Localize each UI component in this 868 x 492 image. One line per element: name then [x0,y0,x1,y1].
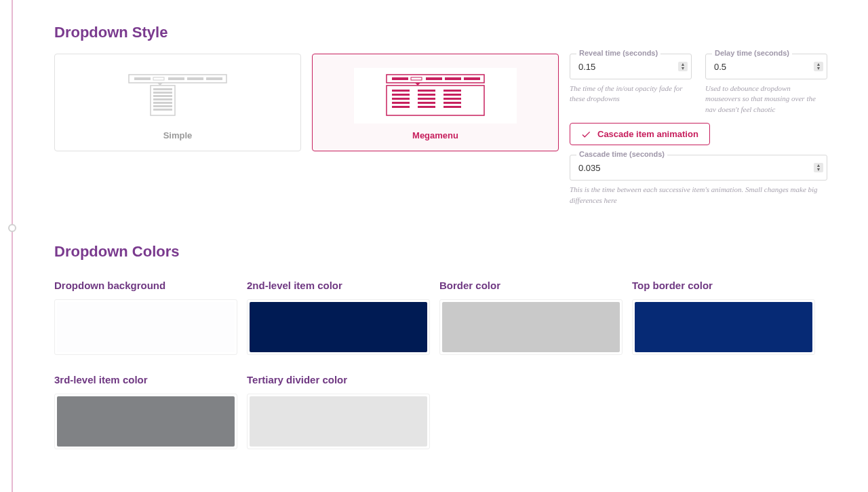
svg-rect-16 [392,77,408,80]
svg-rect-18 [426,77,442,80]
svg-rect-14 [153,109,172,111]
svg-rect-35 [443,98,461,100]
svg-rect-33 [443,90,461,92]
timeline-rail [12,0,13,492]
svg-rect-12 [153,102,172,104]
svg-rect-9 [153,92,172,94]
check-icon [581,130,591,139]
color-label-tertiary-divider: Tertiary divider color [247,374,430,385]
delay-time-input[interactable] [705,54,827,79]
color-label-top-border: Top border color [632,280,815,291]
style-option-simple-label: Simple [163,130,193,140]
svg-rect-19 [445,77,461,80]
color-label-border: Border color [439,280,623,291]
style-preview-megamenu [354,68,517,124]
svg-rect-26 [392,102,410,104]
color-label-dropdown-background: Dropdown background [54,280,237,291]
number-stepper-icon[interactable]: ▲▼ [814,62,823,71]
color-swatch-border[interactable] [439,299,623,355]
svg-rect-28 [418,90,435,92]
dropdown-style-heading: Dropdown Style [54,24,827,41]
style-option-simple[interactable]: Simple [54,54,301,151]
reveal-time-help: The time of the in/out opacity fade for … [570,83,692,115]
svg-rect-4 [187,77,203,80]
svg-rect-5 [206,77,222,80]
delay-time-help: Used to debounce dropdown mouseovers so … [705,83,827,115]
style-preview-simple [96,68,259,124]
style-option-megamenu[interactable]: Megamenu [312,54,559,151]
number-stepper-icon[interactable]: ▲▼ [814,163,823,172]
color-swatch-top-border[interactable] [632,299,815,355]
reveal-time-label: Reveal time (seconds) [576,49,660,57]
timeline-marker [8,224,16,232]
style-option-megamenu-label: Megamenu [412,130,458,140]
svg-rect-37 [443,106,461,108]
svg-rect-1 [134,77,151,80]
svg-rect-2 [153,77,164,80]
cascade-animation-toggle-label: Cascade item animation [597,129,698,139]
svg-rect-34 [443,94,461,96]
color-swatch-2nd-level-item[interactable] [247,299,430,355]
number-stepper-icon[interactable]: ▲▼ [678,62,688,71]
reveal-time-input[interactable] [570,54,692,79]
color-swatch-tertiary-divider[interactable] [247,394,430,449]
svg-rect-29 [418,94,435,96]
cascade-time-label: Cascade time (seconds) [576,150,667,158]
color-label-2nd-level-item: 2nd-level item color [247,280,430,291]
svg-rect-32 [418,106,435,108]
svg-rect-27 [392,106,410,108]
dropdown-colors-heading: Dropdown Colors [54,243,827,261]
color-swatch-3rd-level-item[interactable] [54,394,237,449]
cascade-animation-toggle[interactable]: Cascade item animation [570,123,710,145]
svg-rect-24 [392,94,410,96]
color-swatch-dropdown-background[interactable] [54,299,237,355]
cascade-time-help: This is the time between each successive… [570,185,827,206]
svg-rect-23 [392,90,410,92]
svg-rect-36 [443,102,461,104]
svg-rect-3 [168,77,184,80]
svg-rect-11 [153,98,172,100]
svg-rect-30 [418,98,435,100]
svg-rect-17 [411,77,422,80]
svg-rect-13 [153,105,172,107]
cascade-time-input[interactable] [570,155,827,181]
svg-rect-20 [464,77,480,80]
delay-time-label: Delay time (seconds) [712,49,792,57]
svg-rect-31 [418,102,435,104]
svg-rect-8 [153,88,172,90]
svg-rect-10 [153,95,172,97]
svg-rect-25 [392,98,410,100]
color-label-3rd-level-item: 3rd-level item color [54,374,237,385]
